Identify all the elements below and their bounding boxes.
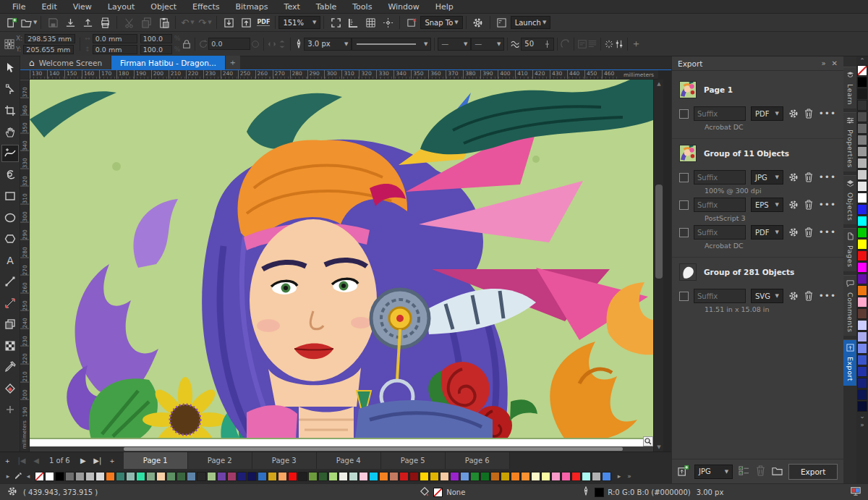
docker-tab-comments[interactable]: Comments	[843, 275, 856, 336]
status-gear-icon[interactable]	[7, 486, 17, 498]
more-options-icon[interactable]: •••	[819, 291, 836, 301]
line-style-combo[interactable]: ▼	[352, 38, 431, 51]
color-swatch-2[interactable]	[55, 472, 64, 481]
color-swatch-36[interactable]	[399, 472, 409, 481]
launch-dropdown[interactable]: Launch▼	[511, 16, 551, 29]
delete-row-trash-icon[interactable]	[804, 227, 814, 237]
menu-table[interactable]: Table	[308, 0, 344, 14]
color-swatch-8[interactable]	[116, 472, 125, 481]
color-swatch-23[interactable]	[268, 472, 277, 481]
export-icon[interactable]	[238, 15, 254, 30]
right-color-swatch-6[interactable]	[857, 135, 867, 145]
close-curve-icon[interactable]	[561, 39, 571, 49]
color-swatch-51[interactable]	[551, 472, 561, 481]
color-swatch-10[interactable]	[136, 472, 145, 481]
export-settings-gear-icon[interactable]	[788, 291, 799, 301]
mirror-horizontal-icon[interactable]	[267, 39, 277, 49]
color-swatch-31[interactable]	[349, 472, 358, 481]
color-swatch-37[interactable]	[409, 472, 419, 481]
color-swatch-48[interactable]	[521, 472, 530, 481]
right-color-swatch-27[interactable]	[857, 378, 867, 389]
color-swatch-16[interactable]	[197, 472, 206, 481]
export-settings-gear-icon[interactable]	[788, 200, 799, 210]
delete-export-icon[interactable]	[755, 465, 766, 478]
color-swatch-22[interactable]	[258, 472, 267, 481]
scroll-down-arrow[interactable]: ▼	[654, 443, 664, 452]
palette-scroll-left[interactable]: ◂	[23, 473, 33, 480]
mirror-vertical-icon[interactable]	[277, 39, 287, 49]
export-checkbox[interactable]	[679, 109, 689, 119]
curve-tool[interactable]	[1, 145, 19, 162]
document-navigator-button[interactable]	[643, 436, 653, 446]
crop-tool[interactable]	[1, 102, 19, 119]
export-checkbox[interactable]	[679, 200, 689, 210]
page-tab-2[interactable]: Page 2	[188, 452, 252, 470]
export-settings-gear-icon[interactable]	[788, 109, 799, 119]
mesh-fill-tool[interactable]	[1, 337, 19, 355]
color-swatch-25[interactable]	[288, 472, 297, 481]
color-swatch-13[interactable]	[166, 472, 176, 481]
right-color-swatch-28[interactable]	[857, 389, 867, 400]
text-tool[interactable]: A	[1, 252, 19, 269]
document-tab-1[interactable]: Firman Hatibu - Dragon...	[111, 56, 225, 69]
launch-icon[interactable]	[494, 15, 510, 30]
scale-y-field[interactable]	[140, 45, 172, 54]
save-icon[interactable]	[45, 15, 61, 30]
delete-row-trash-icon[interactable]	[804, 200, 814, 210]
outline-pen-status-icon[interactable]	[581, 486, 591, 498]
end-arrowhead-combo[interactable]: —▼	[471, 38, 504, 51]
last-page-button[interactable]: ▶|	[90, 452, 105, 470]
right-color-swatch-3[interactable]	[857, 100, 867, 111]
color-swatch-7[interactable]	[106, 472, 115, 481]
color-swatch-35[interactable]	[389, 472, 399, 481]
color-swatch-9[interactable]	[126, 472, 135, 481]
right-color-swatch-12[interactable]	[857, 204, 867, 215]
page-tab-1[interactable]: Page 1	[124, 452, 188, 470]
color-swatch-40[interactable]	[440, 472, 449, 481]
drop-shadow-tool[interactable]	[1, 315, 19, 333]
rectangle-tool[interactable]	[1, 187, 19, 205]
show-guidelines-icon[interactable]	[380, 15, 396, 30]
color-swatch-46[interactable]	[501, 472, 510, 481]
color-swatch-4[interactable]	[75, 472, 85, 481]
right-color-swatch-18[interactable]	[857, 274, 867, 284]
start-arrowhead-combo[interactable]: —▼	[438, 38, 471, 51]
shape-tool[interactable]	[1, 81, 19, 98]
connector-tool[interactable]	[1, 273, 19, 290]
suffix-input[interactable]	[694, 289, 746, 303]
right-color-swatch-29[interactable]	[857, 401, 867, 412]
export-checkbox[interactable]	[679, 292, 689, 301]
add-tool[interactable]	[1, 401, 19, 418]
delete-row-trash-icon[interactable]	[804, 172, 814, 182]
pan-tool[interactable]	[1, 124, 19, 141]
color-swatch-24[interactable]	[278, 472, 287, 481]
open-from-cloud-icon[interactable]	[62, 15, 78, 30]
color-swatch-41[interactable]	[450, 472, 459, 481]
outline-color-swatch[interactable]	[595, 488, 604, 497]
show-grid-icon[interactable]	[362, 15, 378, 30]
export-button[interactable]: Export	[788, 464, 838, 480]
color-swatch-28[interactable]	[318, 472, 328, 481]
first-page-button[interactable]: |◀	[14, 452, 29, 470]
x-position-field[interactable]	[25, 34, 75, 43]
delete-row-trash-icon[interactable]	[804, 291, 814, 301]
next-page-button[interactable]: ▶	[76, 452, 90, 470]
color-swatch-6[interactable]	[95, 472, 105, 481]
suffix-input[interactable]	[694, 198, 746, 212]
object-width-field[interactable]	[93, 34, 137, 43]
format-dropdown[interactable]: SVG▼	[751, 289, 783, 303]
import-icon[interactable]	[221, 15, 237, 30]
color-swatch-3[interactable]	[65, 472, 75, 481]
y-position-field[interactable]	[23, 45, 74, 54]
horizontal-scrollbar[interactable]	[30, 446, 653, 452]
color-swatch-0[interactable]	[35, 472, 44, 481]
right-color-swatch-1[interactable]	[857, 77, 867, 88]
snap-off-icon[interactable]	[404, 15, 420, 30]
color-swatch-5[interactable]	[85, 472, 95, 481]
palette-scroll-right[interactable]: ▸	[614, 473, 624, 480]
color-swatch-55[interactable]	[592, 472, 601, 481]
horizontal-ruler[interactable]: 1301401501601701801902002102202302402502…	[30, 70, 658, 80]
page-tab-3[interactable]: Page 3	[252, 452, 317, 470]
color-swatch-53[interactable]	[571, 472, 581, 481]
right-color-swatch-17[interactable]	[857, 262, 867, 273]
